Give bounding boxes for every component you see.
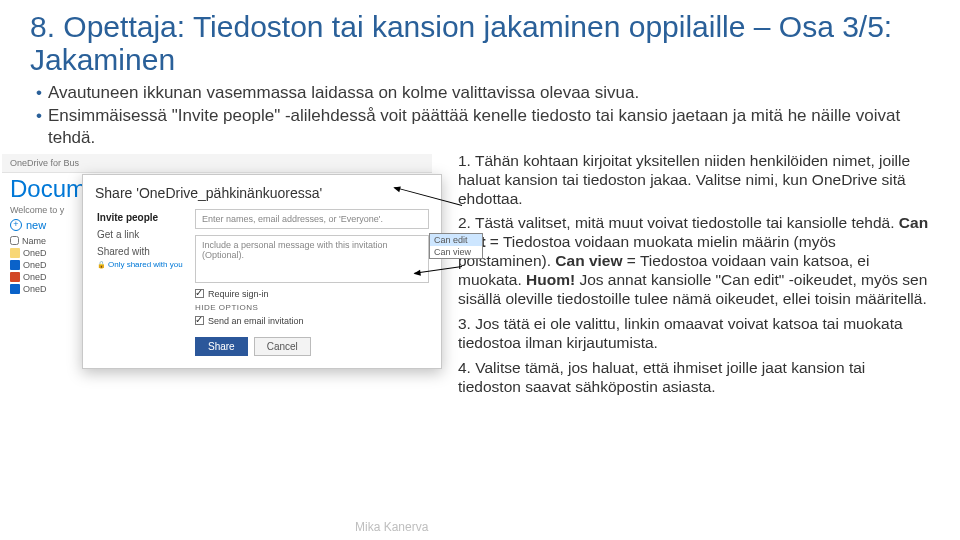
perm-can-view[interactable]: Can view	[430, 246, 482, 258]
select-all-checkbox[interactable]	[10, 236, 19, 245]
perm-can-edit[interactable]: Can edit	[430, 234, 482, 246]
only-shared-label: Only shared with you	[95, 260, 185, 269]
plus-icon: +	[10, 219, 22, 231]
bullet-dot: •	[36, 105, 42, 148]
column-name: Name	[22, 236, 46, 246]
can-view-label: Can view	[555, 252, 622, 269]
send-email-label: Send an email invitation	[208, 316, 304, 326]
hide-options-link[interactable]: HIDE OPTIONS	[195, 303, 429, 312]
word-icon	[10, 284, 20, 294]
step-text: Valitse tämä, jos haluat, että ihmiset j…	[458, 359, 865, 395]
permission-dropdown[interactable]: Can edit Can view	[429, 233, 483, 259]
names-input[interactable]: Enter names, email addresses, or 'Everyo…	[195, 209, 429, 229]
step-number: 2.	[458, 214, 471, 231]
share-button[interactable]: Share	[195, 337, 248, 356]
step-text: Jos tätä ei ole valittu, linkin omaavat …	[458, 315, 903, 351]
word-icon	[10, 260, 20, 270]
step-text: Tähän kohtaan kirjoitat yksitellen niide…	[458, 152, 910, 207]
tab-invite-people[interactable]: Invite people	[95, 209, 185, 226]
intro-bullets: •Avautuneen ikkunan vasemmassa laidassa …	[36, 82, 930, 148]
message-input[interactable]: Include a personal message with this inv…	[195, 235, 429, 283]
slide-title: 8. Opettaja: Tiedoston tai kansion jakam…	[30, 10, 930, 76]
step-number: 1.	[458, 152, 471, 169]
bullet-text: Ensimmäisessä "Invite people" -alilehdes…	[48, 105, 930, 148]
new-label: new	[26, 219, 46, 231]
instructions: 1. Tähän kohtaan kirjoitat yksitellen ni…	[432, 152, 930, 403]
cancel-button[interactable]: Cancel	[254, 337, 311, 356]
send-email-checkbox[interactable]	[195, 316, 204, 325]
step-number: 4.	[458, 359, 471, 376]
author-name: Mika Kanerva	[355, 520, 428, 534]
require-signin-checkbox[interactable]	[195, 289, 204, 298]
step-text: Tästä valitset, mitä muut voivat tiedost…	[475, 214, 899, 231]
breadcrumb: OneDrive for Bus	[2, 154, 432, 173]
dialog-title: Share 'OneDrive_pähkinänkuoressa'	[95, 185, 429, 201]
ppt-icon	[10, 272, 20, 282]
folder-icon	[10, 248, 20, 258]
bullet-text: Avautuneen ikkunan vasemmassa laidassa o…	[48, 82, 639, 103]
share-dialog: Share 'OneDrive_pähkinänkuoressa' Invite…	[82, 174, 442, 369]
tab-shared-with[interactable]: Shared with	[95, 243, 185, 260]
tab-get-link[interactable]: Get a link	[95, 226, 185, 243]
bullet-dot: •	[36, 82, 42, 103]
step-number: 3.	[458, 315, 471, 332]
screenshot: OneDrive for Bus Docum Welcome to y + ne…	[2, 154, 432, 403]
huom-label: Huom!	[526, 271, 575, 288]
require-signin-label: Require sign-in	[208, 289, 269, 299]
